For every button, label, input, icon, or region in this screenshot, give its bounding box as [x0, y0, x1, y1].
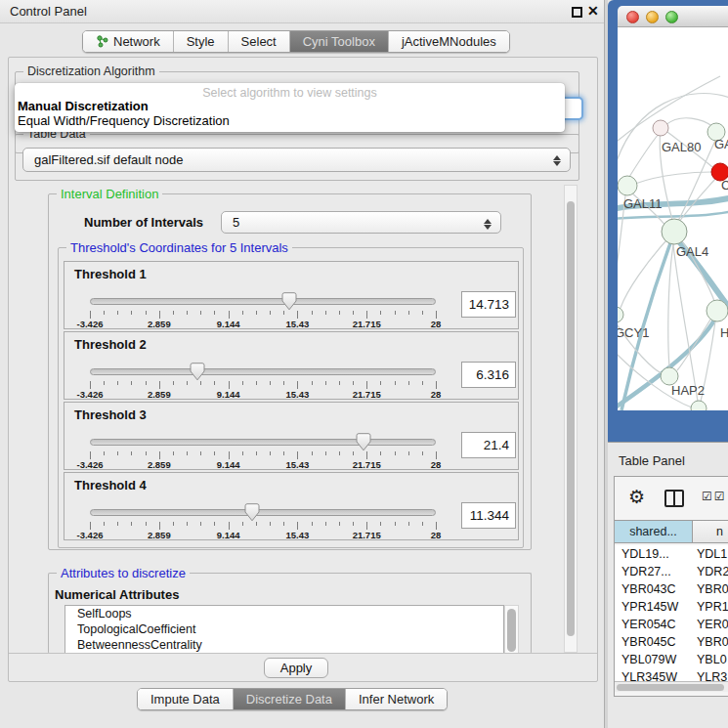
tab-cyni-toolbox[interactable]: Cyni Toolbox	[290, 31, 389, 52]
slider-tick	[395, 451, 396, 455]
node[interactable]	[691, 401, 707, 410]
column-header-name[interactable]: n	[693, 521, 728, 542]
close-icon[interactable]: ✕	[587, 3, 599, 19]
numerical-attributes-list: SelfLoopsTopologicalCoefficientBetweenne…	[64, 605, 504, 653]
network-edge[interactable]	[618, 211, 728, 219]
network-edge[interactable]	[618, 76, 720, 145]
attribute-list-item[interactable]: SelfLoops	[65, 606, 503, 621]
GAL80-node[interactable]	[653, 120, 668, 136]
slider-tick	[200, 381, 201, 385]
table-row[interactable]: YDL19...YDL1	[615, 545, 728, 563]
node[interactable]	[707, 300, 728, 321]
GCY1-node[interactable]	[618, 307, 623, 322]
attribute-list-item[interactable]: TopologicalCoefficient	[65, 621, 503, 637]
slider-tick	[325, 522, 326, 526]
select-columns-checkboxes-icon[interactable]: ☑☑	[702, 490, 727, 503]
network-window-titlebar[interactable]	[618, 6, 728, 27]
scrollbar-thumb[interactable]	[507, 609, 516, 652]
GAL4-node[interactable]	[662, 219, 687, 244]
slider-tick	[256, 311, 257, 315]
slider-tick	[380, 381, 381, 385]
minimize-traffic-light[interactable]	[646, 11, 659, 23]
attributes-list-scrollbar[interactable]	[504, 605, 519, 653]
scrollbar-thumb[interactable]	[617, 684, 724, 691]
slider-tick	[283, 311, 284, 315]
threshold-panel: Threshold 2-3.4262.8599.14415.4321.71528…	[64, 331, 519, 400]
network-edge[interactable]	[629, 134, 659, 177]
threshold-title: Threshold 4	[74, 478, 147, 492]
tab-label: Cyni Toolbox	[303, 31, 375, 52]
slider-track[interactable]	[90, 439, 436, 446]
column-header-shared-name[interactable]: shared...	[615, 521, 693, 542]
dropdown-option-equal-width[interactable]: Equal Width/Frequency Discretization	[15, 113, 565, 128]
apply-button[interactable]: Apply	[264, 658, 328, 678]
slider-tick	[187, 451, 188, 455]
attribute-list-item[interactable]: BetweennessCentrality	[65, 637, 503, 653]
network-edge[interactable]	[665, 118, 713, 127]
table-row[interactable]: YDR27...YDR2	[615, 563, 728, 580]
table-row[interactable]: YPR145WYPR1	[615, 598, 728, 616]
slider-thumb[interactable]	[244, 503, 260, 522]
tab-jactivemnodules[interactable]: jActiveMNodules	[389, 31, 509, 52]
slider-track[interactable]	[90, 368, 436, 375]
column-layout-icon[interactable]	[664, 490, 684, 507]
slider-tick	[339, 311, 340, 315]
cell-shared-name: YER054C	[615, 616, 697, 633]
content-vertical-scrollbar[interactable]	[564, 185, 578, 653]
slider-tick	[214, 381, 215, 385]
table-row[interactable]: YER054CYER0	[615, 616, 728, 633]
slider-tick	[436, 522, 437, 530]
scrollbar-thumb[interactable]	[567, 201, 575, 636]
tab-infer-network[interactable]: Infer Network	[346, 689, 447, 709]
top-tab-bar: Network Style Select Cyni Toolbox jActiv…	[82, 30, 510, 53]
dropdown-option-manual[interactable]: Manual Discretization	[15, 99, 565, 113]
tab-network[interactable]: Network	[83, 31, 174, 52]
table-row[interactable]: YLR345WYLR3	[615, 668, 728, 681]
threshold-value-field[interactable]: 6.316	[461, 362, 516, 388]
node-label: GAL11	[623, 196, 663, 211]
slider-tick	[104, 311, 105, 315]
slider-tick	[173, 522, 174, 526]
table-data-combobox[interactable]: galFiltered.sif default node	[22, 148, 571, 172]
slider-tick	[173, 381, 174, 385]
slider-thumb[interactable]	[356, 433, 371, 451]
slider-tick-label: 21.715	[353, 319, 381, 329]
slider-tick	[380, 522, 381, 526]
threshold-value-field[interactable]: 14.713	[461, 291, 516, 318]
threshold-value-field[interactable]: 21.4	[461, 432, 516, 458]
tab-style[interactable]: Style	[174, 31, 229, 52]
GAL11-node[interactable]	[618, 176, 637, 195]
slider-tick	[422, 451, 423, 455]
table-horizontal-scrollbar[interactable]	[615, 681, 728, 692]
tab-discretize-data[interactable]: Discretize Data	[234, 689, 346, 709]
table-row[interactable]: YBR045CYBR0	[615, 633, 728, 651]
number-of-intervals-spinner[interactable]: 5	[221, 211, 501, 234]
slider-tick	[187, 381, 188, 385]
network-edge[interactable]	[668, 244, 673, 367]
slider-tick	[200, 522, 201, 526]
slider-track[interactable]	[90, 509, 436, 516]
slider-thumb[interactable]	[281, 292, 297, 311]
threshold-value-field[interactable]: 11.344	[461, 502, 516, 529]
slider-track[interactable]	[90, 298, 436, 305]
slider-tick	[408, 381, 409, 385]
zoom-traffic-light[interactable]	[665, 11, 678, 23]
node-label: C	[721, 178, 728, 193]
slider-tick	[214, 522, 215, 526]
slider-tick	[146, 311, 147, 315]
table-row[interactable]: YBL079WYBL0	[615, 651, 728, 668]
tab-impute-data[interactable]: Impute Data	[138, 689, 234, 709]
table-row[interactable]: YBR043CYBR0	[615, 580, 728, 598]
slider-tick-label: 21.715	[353, 530, 381, 540]
gear-icon[interactable]: ⚙	[628, 486, 645, 508]
table-body: YDL19...YDL1YDR27...YDR2YBR043CYBR0YPR14…	[615, 545, 728, 681]
network-canvas[interactable]: GAL80GACGAL11GAL4GCY1HHAP2	[618, 27, 728, 410]
close-traffic-light[interactable]	[626, 11, 639, 23]
spinner-value: 5	[233, 215, 239, 230]
float-window-icon[interactable]	[572, 7, 582, 18]
slider-tick-label: 2.859	[148, 319, 171, 329]
tab-select[interactable]: Select	[229, 31, 290, 52]
slider-tick	[173, 311, 174, 315]
slider-thumb[interactable]	[190, 363, 205, 381]
slider-tick	[395, 381, 396, 385]
